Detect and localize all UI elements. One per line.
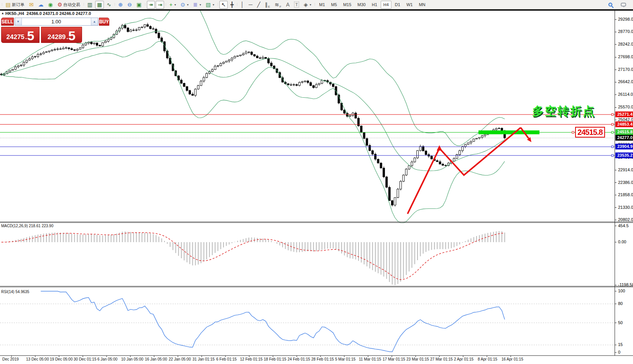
community-button[interactable]: ☁ bbox=[36, 1, 45, 9]
toolbar-grip: ⁞ bbox=[237, 3, 237, 7]
time-axis-label: 16 Apr 01:15 bbox=[501, 357, 523, 361]
arrows-button[interactable]: ◈▾ bbox=[302, 1, 313, 9]
macd-name: MACD(12,26,9) bbox=[1, 224, 28, 228]
volume-increase-button[interactable]: ▲ bbox=[91, 18, 98, 25]
text-icon: A bbox=[286, 2, 289, 7]
ohlc-values: 24366.0 24371.0 24246.0 24277.0 bbox=[26, 11, 91, 16]
candlestick-chart-button[interactable]: ▦ bbox=[95, 1, 104, 9]
timeframe-h1[interactable]: H1 bbox=[369, 1, 380, 9]
price-axis-tick: 27698.0 bbox=[618, 54, 633, 59]
search-icon bbox=[608, 3, 612, 7]
rsi-axis-tick: 0 bbox=[618, 350, 620, 354]
zoom-in-button[interactable]: ⊕ bbox=[117, 1, 125, 9]
chart-window: ▲ HK50-,H4 24366.0 24371.0 24246.0 24277… bbox=[0, 10, 633, 364]
search-button[interactable] bbox=[607, 1, 614, 9]
text-button[interactable]: A bbox=[284, 1, 291, 9]
sell-button[interactable]: SELL bbox=[1, 18, 14, 26]
price-badge-23535.2: 23535.2 bbox=[615, 152, 633, 158]
time-axis-label: 5 Mar 01:15 bbox=[335, 357, 355, 361]
new-order-button-label: 新订单 bbox=[12, 2, 25, 8]
rsi-axis-tick: 50 bbox=[618, 320, 623, 325]
crosshair-button[interactable]: ╋ bbox=[229, 1, 235, 9]
auto-trading-button[interactable]: ⚙自动交易 bbox=[56, 1, 82, 9]
zoom-in-icon: ⊕ bbox=[118, 2, 123, 7]
buy-button[interactable]: BUY bbox=[99, 18, 109, 26]
auto-scroll-button[interactable]: ↠ bbox=[147, 1, 155, 9]
price-axis-tick: 27170.0 bbox=[618, 67, 633, 72]
sell-price-display[interactable]: 24275.5 bbox=[1, 27, 39, 43]
bars-chart-button[interactable]: ▥ bbox=[85, 1, 94, 9]
time-axis-label: 13 Dec 05:00 bbox=[26, 357, 49, 361]
chart-plot-area[interactable] bbox=[0, 10, 633, 364]
signals-button[interactable]: ◉ bbox=[46, 1, 54, 9]
timeframe-mn[interactable]: MN bbox=[416, 1, 428, 9]
channel-button[interactable]: ∥E bbox=[263, 1, 272, 9]
time-axis-label: 12 Feb 01:15 bbox=[240, 357, 263, 361]
buy-price-display[interactable]: 24289.5 bbox=[41, 27, 82, 43]
macd-axis-tick: 454.5 bbox=[618, 223, 629, 228]
indicators-button[interactable]: ≣▾ bbox=[191, 1, 203, 9]
timeframe-m15[interactable]: M15 bbox=[340, 1, 354, 9]
zoom-out-button[interactable]: ⊖ bbox=[125, 1, 134, 9]
time-axis-label: 31 Jan 01:15 bbox=[192, 357, 215, 361]
macd-axis-tick: 0.00 bbox=[618, 239, 626, 244]
price-badge-25271.4: 25271.4 bbox=[615, 111, 633, 117]
bull-bear-turning-point-annotation[interactable]: 多空转折点 bbox=[532, 103, 595, 119]
price-axis-tick: 26114.0 bbox=[618, 92, 633, 97]
time-axis-label: 2 Apr 01:15 bbox=[454, 357, 474, 361]
time-axis-label: 18 Feb 01:15 bbox=[264, 357, 286, 361]
chart-shift-button[interactable]: ⇥ bbox=[156, 1, 164, 9]
macd-indicator-label: MACD(12,26,9) 218.61 223.90 bbox=[1, 224, 53, 228]
periods-button[interactable]: ⊙▾ bbox=[179, 1, 191, 9]
vertical-line-button[interactable]: │ bbox=[239, 1, 246, 9]
tile-windows-button[interactable]: ▣ bbox=[135, 1, 143, 9]
macd-signal-value: 223.90 bbox=[42, 224, 54, 228]
toolbar-grip: ⁞ bbox=[83, 3, 84, 7]
toolbar-grip: ⁞ bbox=[217, 3, 218, 7]
time-axis-label: 28 Feb 01:15 bbox=[311, 357, 334, 361]
line-chart-button[interactable]: ∿ bbox=[105, 1, 113, 9]
hline-icon: ─ bbox=[249, 2, 253, 7]
symbol-period-label: HK50-,H4 bbox=[5, 11, 24, 16]
toolbar-grip: ⁞ bbox=[2, 3, 2, 7]
rsi-value: 54.9635 bbox=[15, 290, 29, 294]
envelope-icon: ✉ bbox=[29, 2, 34, 7]
buy-price-int: 24289 bbox=[48, 33, 66, 42]
templates-button[interactable]: ▧▾ bbox=[204, 1, 216, 9]
auto-trading-button-label: 自动交易 bbox=[63, 2, 80, 8]
timeframe-w1[interactable]: W1 bbox=[404, 1, 416, 9]
key-zone-highlight[interactable] bbox=[478, 130, 539, 134]
new-chart-button[interactable]: +▾ bbox=[168, 1, 178, 9]
timeframe-m5[interactable]: M5 bbox=[329, 1, 340, 9]
timeframe-d1[interactable]: D1 bbox=[392, 1, 403, 9]
price-axis-tick: 28770.0 bbox=[618, 29, 633, 34]
volume-decrease-button[interactable]: ▼ bbox=[15, 18, 22, 25]
chat-button[interactable] bbox=[619, 1, 628, 9]
time-axis-label: 6 Feb 01:15 bbox=[216, 357, 237, 361]
timeframe-h4[interactable]: H4 bbox=[381, 1, 391, 9]
trendline-button[interactable]: ╱ bbox=[255, 1, 262, 9]
price-badge-23904.9: 23904.9 bbox=[615, 144, 633, 149]
tile-windows-icon: ▣ bbox=[136, 2, 141, 7]
one-click-collapse-arrow[interactable]: ▲ bbox=[1, 11, 4, 15]
crosshair-icon: ╋ bbox=[230, 2, 233, 7]
horizontal-line-button[interactable]: ─ bbox=[247, 1, 255, 9]
price-axis-tick: 28242.0 bbox=[618, 42, 633, 46]
timeframe-m1[interactable]: M1 bbox=[316, 1, 327, 9]
price-badge-24853.4: 24853.4 bbox=[615, 121, 633, 127]
timeframe-m30[interactable]: M30 bbox=[355, 1, 368, 9]
new-order-button[interactable]: ▤新订单 bbox=[4, 1, 26, 9]
signal-icon: ◉ bbox=[48, 2, 53, 7]
channel-icon-sub: E bbox=[268, 5, 270, 8]
price-axis-tick: 22914.0 bbox=[618, 167, 633, 172]
text-label-button[interactable]: T bbox=[292, 1, 301, 9]
time-axis-label: 11 Mar 01:15 bbox=[359, 357, 381, 361]
volume-input[interactable] bbox=[22, 18, 91, 25]
key-level-price-label[interactable]: 24515.8 bbox=[575, 127, 605, 138]
alerts-button[interactable]: ✉ bbox=[27, 1, 36, 9]
rsi-indicator-label: RSI(14) 54.9635 bbox=[1, 290, 29, 294]
time-axis-label: 8 Apr 01:15 bbox=[478, 357, 497, 361]
cursor-button[interactable]: ↖ bbox=[219, 1, 228, 9]
price-axis-tick: 21858.0 bbox=[618, 192, 633, 197]
fibonacci-button[interactable]: ≋F bbox=[273, 1, 283, 9]
